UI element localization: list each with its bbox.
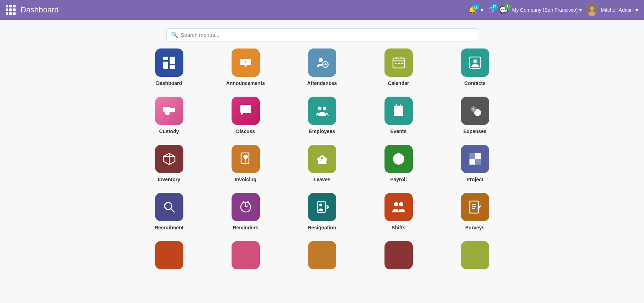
app-item-custody[interactable]: Custody [146, 97, 192, 134]
app-item-surveys[interactable]: Surveys [452, 193, 498, 230]
app-icon-surveys [461, 193, 489, 221]
app-header: Dashboard 🔔 12 ▾ ⏱ 12 💬 3 My Company (Sa… [0, 0, 644, 20]
app-label-surveys: Surveys [465, 225, 484, 230]
app-item-reminders[interactable]: Reminders [223, 193, 269, 230]
search-bar: 🔍 [159, 28, 485, 41]
app-icon-contacts [461, 48, 489, 77]
messages-badge: 3 [505, 4, 511, 10]
search-input[interactable] [181, 32, 473, 38]
app-icon-discuss [232, 97, 260, 125]
app-item-events[interactable]: Events [376, 97, 422, 134]
app-icon-shifts [384, 193, 413, 221]
app-label-custody: Custody [159, 128, 179, 134]
app-label-project: Project [467, 177, 483, 182]
messages-button[interactable]: 💬 3 [499, 6, 508, 14]
app-item-extra3[interactable] [299, 241, 345, 273]
app-icon-invoicing [232, 145, 260, 173]
app-item-extra4[interactable] [376, 241, 422, 273]
app-icon-leaves [308, 145, 336, 173]
app-item-project[interactable]: Project [452, 145, 498, 182]
apps-grid: DashboardAnnouncementsAttendancesCalenda… [135, 48, 510, 273]
notifications-dropdown[interactable]: ▾ [480, 6, 484, 14]
app-item-calendar[interactable]: Calendar [376, 48, 422, 86]
user-name: Mitchell Admin [601, 7, 633, 13]
svg-rect-15 [398, 63, 400, 64]
svg-point-22 [318, 107, 321, 110]
activities-badge: 12 [491, 4, 498, 10]
app-label-announcements: Announcements [226, 80, 265, 86]
app-label-discuss: Discuss [236, 128, 255, 134]
app-icon-expenses: $$ [461, 97, 489, 125]
svg-point-52 [394, 202, 398, 206]
svg-point-36 [317, 158, 321, 161]
app-item-extra5[interactable] [452, 241, 498, 273]
app-icon-payroll: $ [384, 145, 413, 173]
svg-point-7 [245, 61, 246, 63]
svg-rect-4 [163, 62, 168, 69]
app-label-attendances: Attendances [307, 80, 337, 86]
app-icon-extra4 [384, 241, 413, 269]
notifications-badge: 12 [473, 4, 479, 10]
app-icon-employees [308, 97, 336, 125]
svg-rect-21 [170, 108, 175, 112]
app-icon-extra1 [155, 241, 183, 269]
app-label-expenses: Expenses [463, 128, 486, 134]
app-item-contacts[interactable]: Contacts [452, 48, 498, 86]
grid-menu-icon[interactable] [6, 5, 16, 15]
user-menu[interactable]: Mitchell Admin ▾ [586, 4, 638, 16]
svg-point-37 [324, 158, 327, 161]
app-icon-announcements [232, 48, 260, 77]
app-item-employees[interactable]: Employees [299, 97, 345, 134]
app-label-reminders: Reminders [233, 225, 258, 230]
app-label-invoicing: Invoicing [235, 177, 256, 182]
company-selector[interactable]: My Company (San Francisco) ▾ [512, 7, 582, 13]
app-icon-attendances [308, 48, 336, 77]
svg-rect-6 [170, 65, 175, 69]
company-dropdown-icon: ▾ [579, 7, 582, 13]
app-icon-recruitment [155, 193, 183, 221]
app-item-recruitment[interactable]: Recruitment [146, 193, 192, 230]
app-icon-project [461, 145, 489, 173]
svg-line-43 [171, 208, 175, 212]
app-icon-extra5 [461, 241, 489, 269]
app-item-extra2[interactable] [223, 241, 269, 273]
svg-point-39 [321, 157, 323, 159]
avatar [586, 4, 598, 16]
app-icon-inventory [155, 145, 183, 173]
app-item-attendances[interactable]: Attendances [299, 48, 345, 86]
app-item-shifts[interactable]: Shifts [376, 193, 422, 230]
app-item-expenses[interactable]: $$Expenses [452, 97, 498, 134]
app-label-recruitment: Recruitment [155, 225, 184, 230]
app-item-inventory[interactable]: Inventory [146, 145, 192, 182]
app-label-contacts: Contacts [465, 80, 486, 86]
app-icon-resignation [308, 193, 336, 221]
app-item-resignation[interactable]: Resignation [299, 193, 345, 230]
app-item-payroll[interactable]: $Payroll [376, 145, 422, 182]
svg-rect-54 [470, 201, 478, 213]
app-icon-dashboard [155, 48, 183, 77]
svg-text:$: $ [472, 107, 474, 111]
notifications-button[interactable]: 🔔 12 [468, 6, 476, 14]
app-item-discuss[interactable]: Discuss [223, 97, 269, 134]
activities-button[interactable]: ⏱ 12 [488, 6, 495, 14]
svg-rect-5 [170, 57, 175, 64]
app-label-employees: Employees [309, 128, 335, 134]
svg-text:$: $ [476, 110, 479, 115]
app-label-resignation: Resignation [308, 225, 336, 230]
svg-rect-38 [318, 161, 326, 164]
app-item-announcements[interactable]: Announcements [223, 48, 269, 86]
app-label-dashboard: Dashboard [156, 80, 182, 86]
svg-point-51 [319, 204, 322, 206]
header-right: 🔔 12 ▾ ⏱ 12 💬 3 My Company (San Francisc… [468, 4, 638, 16]
svg-rect-16 [401, 63, 403, 64]
search-wrapper: 🔍 [166, 28, 478, 41]
app-label-calendar: Calendar [388, 80, 409, 86]
app-item-dashboard[interactable]: Dashboard [146, 48, 192, 86]
app-item-leaves[interactable]: Leaves [299, 145, 345, 182]
svg-point-53 [399, 202, 403, 206]
app-label-shifts: Shifts [392, 225, 405, 230]
app-icon-events [384, 97, 413, 125]
app-item-extra1[interactable] [146, 241, 192, 273]
app-item-invoicing[interactable]: Invoicing [223, 145, 269, 182]
app-icon-reminders [232, 193, 260, 221]
